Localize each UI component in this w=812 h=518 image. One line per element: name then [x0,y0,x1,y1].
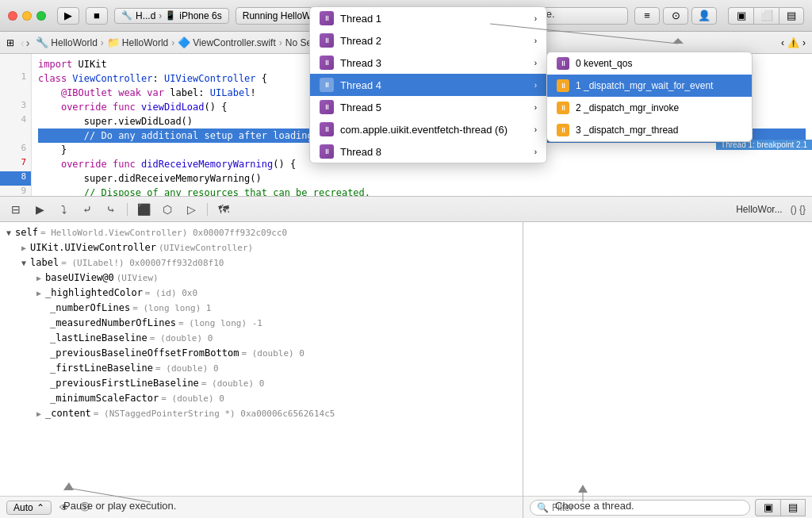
submenu-label-0: 0 kevent_qos [576,58,632,69]
nav-right-icon[interactable]: › [802,37,806,48]
code-gutter: 1 3 4 6 7 8 9 11 12 13 [0,54,32,196]
arrow-icon: ⌃ [36,502,44,513]
auto-label: Auto [13,502,33,513]
auto-selector[interactable]: Auto ⌃ [6,501,52,515]
thread-icon-1: ⏸ [320,11,334,25]
debug-step-over-button[interactable]: ⤵ [54,201,73,218]
thread-icon-3: ⏸ [320,56,334,70]
submenu-arrow-4: › [534,81,537,90]
console-split-right-button[interactable]: ▤ [780,499,806,516]
debug-location-button[interactable]: ▷ [182,201,201,218]
submenu-item-2[interactable]: ⏸ 2 _dispatch_mgr_invoke [547,97,752,119]
var-row-self[interactable]: ▼ self = HelloWorld.ViewController) 0x00… [0,225,523,240]
code-line: // Dispose of any resources that can be … [38,186,806,196]
fullscreen-button[interactable] [36,11,46,21]
debug-hide-button[interactable]: ⊟ [6,201,25,218]
submenu-icon-3: ⏸ [557,124,569,136]
thread-menu-item-4[interactable]: ⏸ Thread 4 › [310,74,546,96]
var-row-uivc[interactable]: ▶ UIKit.UIViewController (UIViewControll… [0,240,523,255]
console-panel: 🔍 ▣ ▤ [523,222,812,518]
debug-step-out-button[interactable]: ⤷ [102,201,121,218]
thread-menu-item-1[interactable]: ⏸ Thread 1 › [310,7,546,29]
var-row-prevfirstbaseline[interactable]: _previousFirstLineBaseline = (double) 0 [0,376,523,391]
gutter-line: 6 [0,143,31,157]
expand-icon-baseui[interactable]: ▶ [36,271,41,286]
var-row-minscale[interactable]: _minimumScaleFactor = (double) 0 [0,391,523,406]
var-row-content[interactable]: ▶ _content = (NSTaggedPointerString *) 0… [0,406,523,421]
close-button[interactable] [8,11,17,21]
gutter-line-current: 8 [0,171,31,186]
breadcrumb-file[interactable]: 🔷 ViewController.swift [178,36,275,48]
swift-icon: 🔷 [178,36,190,48]
debug-scheme-label: HelloWor... [736,204,782,215]
stop-icon: ■ [94,10,100,21]
scheme-icon: 🔧 [121,10,132,21]
device-icon: 📱 [165,10,176,21]
thread-5-label: Thread 5 [340,102,381,113]
submenu-icon-0: ⏸ [557,57,569,70]
var-row-highlightedcolor[interactable]: ▶ _highlightedColor = (id) 0x0 [0,286,523,301]
submenu-label-3: 3 _dispatch_mgr_thread [576,125,678,136]
debug-view-debugger-button[interactable]: ⬡ [158,201,177,218]
thread-menu-item-8[interactable]: ⏸ Thread 8 › [310,140,546,163]
debug-step-into-button[interactable]: ⤶ [78,201,97,218]
submenu-icon-1: ⏸ [557,79,569,92]
grid-view-button[interactable]: ⊞ [6,37,14,48]
console-view-buttons: ▣ ▤ [755,499,806,516]
bc-sep-2: › [171,37,174,48]
debug-toolbar: ⊟ ▶ ⤵ ⤶ ⤷ ⬛ ⬡ ▷ 🗺 HelloWor... () {} [0,197,812,222]
layout-right-button[interactable]: ▤ [779,7,804,25]
device-name: iPhone 6s [179,10,221,21]
submenu-item-0[interactable]: ⏸ 0 kevent_qos [547,52,752,75]
play-button[interactable]: ▶ [57,7,79,25]
nav-arrows: ‹ › [21,36,29,49]
variables-panel: ▼ self = HelloWorld.ViewController) 0x00… [0,222,523,518]
expand-icon-content[interactable]: ▶ [36,406,41,421]
console-split-left-button[interactable]: ▣ [755,499,780,516]
nav-left-icon[interactable]: ‹ [781,37,784,48]
thread-menu-item-5[interactable]: ⏸ Thread 5 › [310,96,546,118]
debug-continue-button[interactable]: ▶ [30,201,49,218]
assistant-editor-button[interactable]: ⊙ [663,7,688,25]
submenu-item-1[interactable]: ⏸ 1 _dispatch_mgr_wait_for_event [547,75,752,97]
gutter-line [0,57,31,71]
debug-breakpoints-button[interactable]: ⬛ [134,201,153,218]
expand-icon-self[interactable]: ▼ [6,225,11,240]
thread-4-label: Thread 4 [340,79,381,91]
gutter-line: 3 [0,100,31,114]
var-row-prevbaseline[interactable]: _previousBaselineOffsetFromBottom = (dou… [0,346,523,361]
thread-8-label: Thread 8 [340,146,381,158]
var-row-label[interactable]: ▼ label = (UILabel!) 0x00007ff932d08f10 [0,255,523,271]
stop-button[interactable]: ■ [86,7,108,25]
folder-icon: 📁 [107,36,120,48]
expand-icon-label[interactable]: ▼ [21,255,26,271]
layout-left-button[interactable]: ▣ [728,7,753,25]
variable-list: ▼ self = HelloWorld.ViewController) 0x00… [0,222,523,496]
breadcrumb-group[interactable]: 📁 HelloWorld [107,36,168,48]
submenu-arrow-3: › [534,59,537,67]
layout-bottom-button[interactable]: ⬜ [753,7,779,25]
var-row-firstbaseline[interactable]: _firstLineBaseline = (double) 0 [0,361,523,376]
var-row-measuredlines[interactable]: _measuredNumberOfLines = (long long) -1 [0,316,523,331]
debug-simulate-location-button[interactable]: 🗺 [214,201,233,218]
editor-toggle-button[interactable]: ≡ [634,7,660,25]
breadcrumb-project[interactable]: 🔧 HelloWorld [36,36,97,48]
expand-icon-uivc[interactable]: ▶ [21,240,26,255]
thread-menu-item-2[interactable]: ⏸ Thread 2 › [310,29,546,52]
submenu-item-3[interactable]: ⏸ 3 _dispatch_mgr_thread [547,119,752,141]
thread-menu-item-6[interactable]: ⏸ com.apple.uikit.eventfetch-thread (6) … [310,118,546,140]
version-editor-button[interactable]: 👤 [691,7,717,25]
var-row-baseui[interactable]: ▶ baseUIView@0 (UIView) [0,271,523,286]
gutter-line [0,86,31,100]
nav-back-button[interactable]: ‹ [21,36,25,49]
var-row-numlines[interactable]: _numberOfLines = (long long) 1 [0,301,523,316]
bc-sep-3: › [279,37,282,48]
var-row-lastbaseline[interactable]: _lastLineBaseline = (double) 0 [0,331,523,346]
thread-menu-item-3[interactable]: ⏸ Thread 3 › [310,52,546,74]
breadcrumb-right: ‹ ⚠️ › [781,37,806,48]
minimize-button[interactable] [22,11,32,21]
nav-forward-button[interactable]: › [26,36,30,49]
expand-icon-hcolor[interactable]: ▶ [36,286,41,301]
gutter-line: 4 [0,114,31,129]
scheme-selector[interactable]: 🔧 H...d › 📱 iPhone 6s [114,8,229,24]
